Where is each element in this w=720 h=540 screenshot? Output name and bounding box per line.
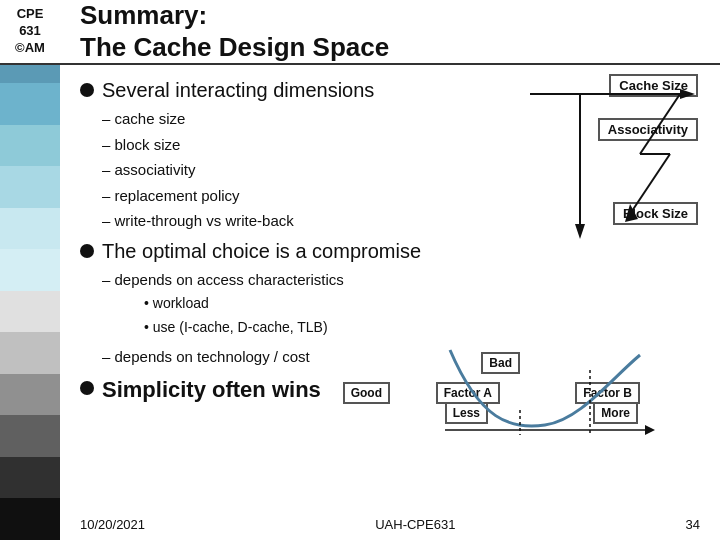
section1-label: Several interacting dimensions — [102, 79, 374, 102]
page-title: Summary: The Cache Design Space — [80, 0, 389, 62]
list-item: associativity — [102, 157, 700, 183]
bad-label: Bad — [481, 352, 520, 374]
section3-label: Simplicity often wins — [102, 377, 321, 403]
sub-item-access: depends on access characteristics — [102, 267, 700, 293]
factor-a-label: Factor A — [436, 382, 500, 404]
sidebar-color-6 — [0, 208, 60, 250]
section2-list: depends on access characteristics worklo… — [102, 267, 700, 370]
footer-date: 10/20/2021 — [80, 517, 145, 532]
less-label: Less — [445, 402, 488, 424]
section2: The optimal choice is a compromise — [80, 240, 700, 263]
sidebar-color-9 — [0, 332, 60, 374]
footer-course: UAH-CPE631 — [375, 517, 455, 532]
cache-size-label: Cache Size — [609, 74, 698, 97]
associativity-label: Associativity — [598, 118, 698, 141]
nested-item: use (I-cache, D-cache, TLB) — [144, 316, 700, 340]
sub-item-tech: depends on technology / cost — [102, 344, 700, 370]
factor-b-label: Factor B — [575, 382, 640, 404]
more-label: More — [593, 402, 638, 424]
sidebar-color-8 — [0, 291, 60, 333]
section2-label: The optimal choice is a compromise — [102, 240, 421, 263]
bullet-2 — [80, 244, 94, 258]
footer-page: 34 — [686, 517, 700, 532]
sidebar-color-4 — [0, 125, 60, 167]
bullet-3 — [80, 381, 94, 395]
sidebar-color-5 — [0, 166, 60, 208]
sidebar — [0, 0, 60, 540]
logo: CPE 631 ©AM — [0, 0, 60, 65]
footer: 10/20/2021 UAH-CPE631 34 — [60, 517, 720, 532]
block-size-label: Block Size — [613, 202, 698, 225]
sidebar-color-12 — [0, 457, 60, 499]
section1: Several interacting dimensions — [80, 79, 700, 102]
list-item: replacement policy — [102, 183, 700, 209]
sidebar-color-13 — [0, 498, 60, 540]
nested-list: workload use (I-cache, D-cache, TLB) — [144, 292, 700, 340]
bullet-1 — [80, 83, 94, 97]
header: Summary: The Cache Design Space — [60, 0, 720, 65]
sidebar-color-10 — [0, 374, 60, 416]
logo-text: CPE 631 ©AM — [15, 6, 45, 57]
sidebar-color-7 — [0, 249, 60, 291]
list-item: write-through vs write-back — [102, 208, 700, 234]
sidebar-color-3 — [0, 83, 60, 125]
sidebar-color-11 — [0, 415, 60, 457]
good-label: Good — [343, 382, 390, 404]
nested-item: workload — [144, 292, 700, 316]
